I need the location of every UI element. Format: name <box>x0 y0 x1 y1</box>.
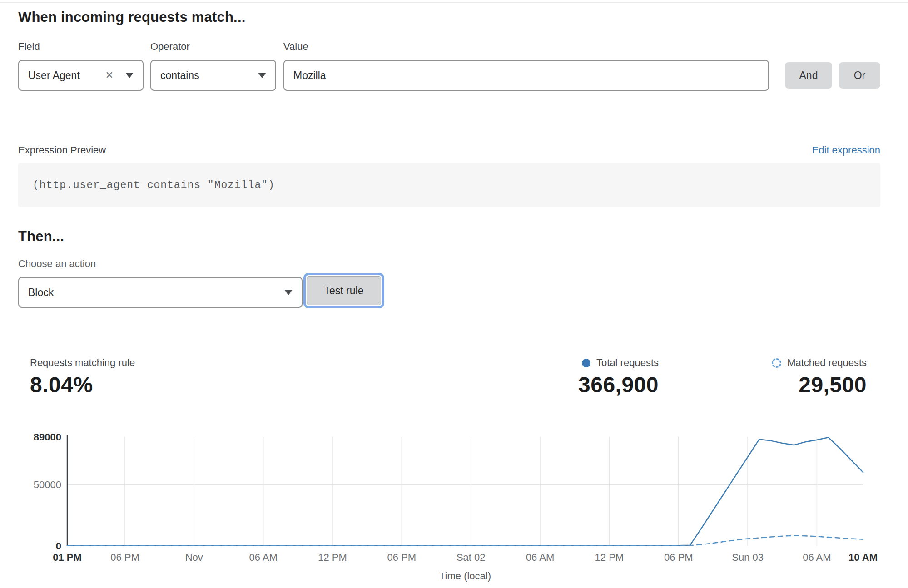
svg-text:89000: 89000 <box>34 431 61 443</box>
svg-text:10 AM: 10 AM <box>848 552 878 563</box>
svg-text:Nov: Nov <box>185 552 203 563</box>
svg-text:50000: 50000 <box>34 479 61 490</box>
test-rule-button[interactable]: Test rule <box>307 276 381 305</box>
operator-select[interactable]: contains <box>150 60 276 91</box>
choose-action-label: Choose an action <box>18 258 96 270</box>
clear-field-icon[interactable]: ✕ <box>105 70 114 80</box>
total-requests-value: 366,900 <box>578 372 659 397</box>
svg-text:06 PM: 06 PM <box>110 552 139 563</box>
value-input[interactable] <box>283 60 769 91</box>
svg-text:Time (local): Time (local) <box>439 570 491 582</box>
svg-text:01 PM: 01 PM <box>53 552 82 563</box>
total-requests-label: Total requests <box>596 357 659 369</box>
action-select[interactable]: Block <box>18 277 303 308</box>
svg-text:06 AM: 06 AM <box>526 552 554 563</box>
expression-code-block: (http.user_agent contains "Mozilla") <box>18 163 880 207</box>
total-requests-legend[interactable]: Total requests <box>578 357 659 369</box>
or-button[interactable]: Or <box>839 62 880 89</box>
expression-code: (http.user_agent contains "Mozilla") <box>18 179 275 191</box>
dashed-circle-icon <box>772 358 781 368</box>
edit-expression-link[interactable]: Edit expression <box>812 144 880 156</box>
matching-stat-label: Requests matching rule <box>30 357 135 369</box>
solid-dot-icon <box>582 359 590 367</box>
matched-requests-stat: Matched requests 29,500 <box>772 357 867 397</box>
svg-text:12 PM: 12 PM <box>318 552 347 563</box>
operator-select-value: contains <box>160 69 258 82</box>
firewall-rule-builder: When incoming requests match... Field Op… <box>0 0 908 588</box>
and-button[interactable]: And <box>785 62 832 89</box>
matched-requests-legend[interactable]: Matched requests <box>772 357 867 369</box>
svg-text:06 PM: 06 PM <box>664 552 693 563</box>
total-requests-stat: Total requests 366,900 <box>578 357 659 397</box>
matching-stat-value: 8.04% <box>30 372 135 397</box>
svg-text:Sat 02: Sat 02 <box>456 552 486 563</box>
svg-text:Sun 03: Sun 03 <box>732 552 764 563</box>
svg-text:0: 0 <box>56 540 61 552</box>
action-select-value: Block <box>28 287 284 299</box>
operator-label: Operator <box>150 41 190 53</box>
svg-text:12 PM: 12 PM <box>595 552 624 563</box>
field-select[interactable]: User Agent ✕ <box>18 60 144 91</box>
test-rule-focus-ring: Test rule <box>303 273 384 308</box>
svg-text:06 AM: 06 AM <box>803 552 831 563</box>
chevron-down-icon[interactable] <box>258 73 266 78</box>
value-label: Value <box>283 41 308 53</box>
matched-requests-value: 29,500 <box>772 372 867 397</box>
field-label: Field <box>18 41 40 53</box>
matching-stat: Requests matching rule 8.04% <box>30 357 135 397</box>
requests-chart: 0500008900001 PM06 PMNov06 AM12 PM06 PMS… <box>0 427 908 588</box>
match-heading: When incoming requests match... <box>18 9 246 25</box>
svg-text:06 PM: 06 PM <box>387 552 417 563</box>
field-select-value: User Agent <box>28 69 105 82</box>
chevron-down-icon[interactable] <box>284 290 293 295</box>
top-divider <box>0 2 908 3</box>
svg-text:06 AM: 06 AM <box>249 552 277 563</box>
then-heading: Then... <box>18 228 64 245</box>
matched-requests-label: Matched requests <box>787 357 867 369</box>
expression-preview-label: Expression Preview <box>18 144 106 156</box>
chevron-down-icon[interactable] <box>125 73 134 78</box>
